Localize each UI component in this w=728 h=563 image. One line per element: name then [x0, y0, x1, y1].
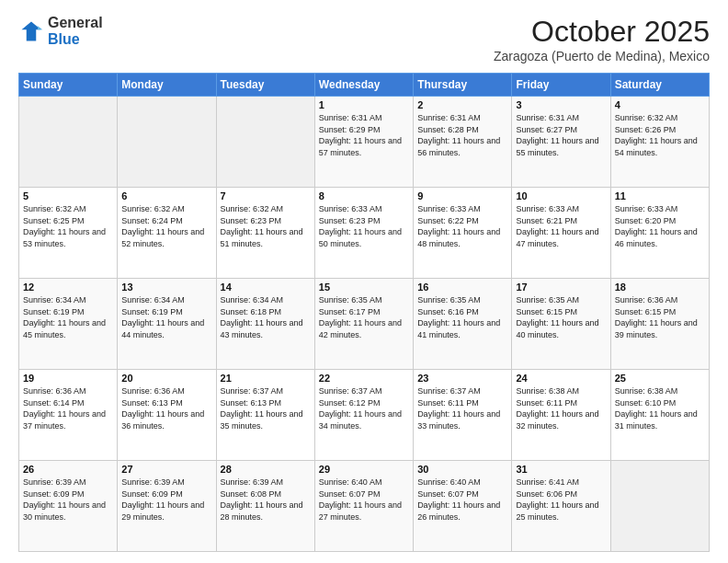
calendar-week-1: 5Sunrise: 6:32 AM Sunset: 6:25 PM Daylig…: [19, 188, 710, 279]
day-info: Sunrise: 6:36 AM Sunset: 6:14 PM Dayligh…: [23, 385, 113, 431]
calendar-cell: 13Sunrise: 6:34 AM Sunset: 6:19 PM Dayli…: [118, 279, 216, 370]
day-number: 29: [319, 464, 409, 475]
calendar-cell: 11Sunrise: 6:33 AM Sunset: 6:20 PM Dayli…: [610, 188, 709, 279]
calendar-cell: [216, 97, 314, 188]
title-area: October 2025 Zaragoza (Puerto de Medina)…: [494, 15, 710, 63]
day-number: 11: [615, 190, 705, 201]
day-number: 27: [121, 464, 211, 475]
day-number: 18: [615, 282, 705, 293]
col-tuesday: Tuesday: [216, 74, 314, 97]
col-sunday: Sunday: [19, 74, 118, 97]
day-info: Sunrise: 6:40 AM Sunset: 6:07 PM Dayligh…: [417, 477, 507, 523]
day-number: 1: [319, 99, 409, 110]
calendar-cell: 18Sunrise: 6:36 AM Sunset: 6:15 PM Dayli…: [610, 279, 709, 370]
day-info: Sunrise: 6:33 AM Sunset: 6:20 PM Dayligh…: [615, 203, 705, 249]
day-info: Sunrise: 6:40 AM Sunset: 6:07 PM Dayligh…: [319, 477, 409, 523]
day-number: 28: [221, 464, 311, 475]
month-title: October 2025: [494, 15, 710, 49]
calendar-cell: 23Sunrise: 6:37 AM Sunset: 6:11 PM Dayli…: [414, 370, 512, 461]
day-info: Sunrise: 6:32 AM Sunset: 6:25 PM Dayligh…: [23, 203, 113, 249]
day-number: 24: [516, 373, 606, 384]
header: General Blue October 2025 Zaragoza (Puer…: [18, 15, 710, 63]
calendar-cell: 5Sunrise: 6:32 AM Sunset: 6:25 PM Daylig…: [19, 188, 118, 279]
day-number: 7: [221, 190, 311, 201]
calendar-cell: 22Sunrise: 6:37 AM Sunset: 6:12 PM Dayli…: [314, 370, 413, 461]
header-row: Sunday Monday Tuesday Wednesday Thursday…: [19, 74, 710, 97]
col-saturday: Saturday: [610, 74, 709, 97]
day-info: Sunrise: 6:37 AM Sunset: 6:13 PM Dayligh…: [221, 385, 311, 431]
calendar-cell: 19Sunrise: 6:36 AM Sunset: 6:14 PM Dayli…: [19, 370, 118, 461]
col-friday: Friday: [512, 74, 610, 97]
calendar-body: 1Sunrise: 6:31 AM Sunset: 6:29 PM Daylig…: [19, 97, 710, 552]
calendar-cell: 3Sunrise: 6:31 AM Sunset: 6:27 PM Daylig…: [512, 97, 610, 188]
calendar-cell: 15Sunrise: 6:35 AM Sunset: 6:17 PM Dayli…: [314, 279, 413, 370]
day-number: 2: [417, 99, 507, 110]
day-number: 31: [516, 464, 606, 475]
logo-blue-text: Blue: [48, 31, 103, 48]
calendar-cell: 9Sunrise: 6:33 AM Sunset: 6:22 PM Daylig…: [414, 188, 512, 279]
calendar-cell: 10Sunrise: 6:33 AM Sunset: 6:21 PM Dayli…: [512, 188, 610, 279]
calendar-cell: 24Sunrise: 6:38 AM Sunset: 6:11 PM Dayli…: [512, 370, 610, 461]
calendar-cell: 16Sunrise: 6:35 AM Sunset: 6:16 PM Dayli…: [414, 279, 512, 370]
day-info: Sunrise: 6:32 AM Sunset: 6:26 PM Dayligh…: [615, 112, 705, 158]
calendar-cell: 21Sunrise: 6:37 AM Sunset: 6:13 PM Dayli…: [216, 370, 314, 461]
day-info: Sunrise: 6:36 AM Sunset: 6:13 PM Dayligh…: [121, 385, 211, 431]
day-number: 20: [121, 373, 211, 384]
calendar-cell: 31Sunrise: 6:41 AM Sunset: 6:06 PM Dayli…: [512, 461, 610, 552]
day-info: Sunrise: 6:39 AM Sunset: 6:08 PM Dayligh…: [221, 477, 311, 523]
day-info: Sunrise: 6:37 AM Sunset: 6:11 PM Dayligh…: [417, 385, 507, 431]
calendar-cell: 27Sunrise: 6:39 AM Sunset: 6:09 PM Dayli…: [118, 461, 216, 552]
calendar-cell: 4Sunrise: 6:32 AM Sunset: 6:26 PM Daylig…: [610, 97, 709, 188]
day-info: Sunrise: 6:34 AM Sunset: 6:19 PM Dayligh…: [23, 294, 113, 340]
day-number: 13: [121, 282, 211, 293]
calendar-cell: 1Sunrise: 6:31 AM Sunset: 6:29 PM Daylig…: [314, 97, 413, 188]
day-number: 26: [23, 464, 113, 475]
day-info: Sunrise: 6:31 AM Sunset: 6:29 PM Dayligh…: [319, 112, 409, 158]
calendar-cell: 30Sunrise: 6:40 AM Sunset: 6:07 PM Dayli…: [414, 461, 512, 552]
calendar-cell: 14Sunrise: 6:34 AM Sunset: 6:18 PM Dayli…: [216, 279, 314, 370]
calendar-week-0: 1Sunrise: 6:31 AM Sunset: 6:29 PM Daylig…: [19, 97, 710, 188]
day-info: Sunrise: 6:31 AM Sunset: 6:27 PM Dayligh…: [516, 112, 606, 158]
day-info: Sunrise: 6:32 AM Sunset: 6:23 PM Dayligh…: [221, 203, 311, 249]
day-info: Sunrise: 6:35 AM Sunset: 6:17 PM Dayligh…: [319, 294, 409, 340]
page: General Blue October 2025 Zaragoza (Puer…: [0, 0, 728, 563]
calendar-cell: 29Sunrise: 6:40 AM Sunset: 6:07 PM Dayli…: [314, 461, 413, 552]
day-number: 17: [516, 282, 606, 293]
day-number: 25: [615, 373, 705, 384]
day-info: Sunrise: 6:39 AM Sunset: 6:09 PM Dayligh…: [121, 477, 211, 523]
logo-general-text: General: [48, 15, 103, 31]
calendar-cell: 28Sunrise: 6:39 AM Sunset: 6:08 PM Dayli…: [216, 461, 314, 552]
calendar-cell: [19, 97, 118, 188]
day-info: Sunrise: 6:34 AM Sunset: 6:18 PM Dayligh…: [221, 294, 311, 340]
calendar-cell: 17Sunrise: 6:35 AM Sunset: 6:15 PM Dayli…: [512, 279, 610, 370]
day-number: 8: [319, 190, 409, 201]
calendar-cell: 7Sunrise: 6:32 AM Sunset: 6:23 PM Daylig…: [216, 188, 314, 279]
day-info: Sunrise: 6:32 AM Sunset: 6:24 PM Dayligh…: [121, 203, 211, 249]
day-info: Sunrise: 6:33 AM Sunset: 6:21 PM Dayligh…: [516, 203, 606, 249]
day-info: Sunrise: 6:31 AM Sunset: 6:28 PM Dayligh…: [417, 112, 507, 158]
calendar-cell: 25Sunrise: 6:38 AM Sunset: 6:10 PM Dayli…: [610, 370, 709, 461]
day-info: Sunrise: 6:38 AM Sunset: 6:10 PM Dayligh…: [615, 385, 705, 431]
calendar-cell: [610, 461, 709, 552]
calendar-cell: 20Sunrise: 6:36 AM Sunset: 6:13 PM Dayli…: [118, 370, 216, 461]
day-info: Sunrise: 6:35 AM Sunset: 6:15 PM Dayligh…: [516, 294, 606, 340]
day-number: 3: [516, 99, 606, 110]
day-number: 12: [23, 282, 113, 293]
day-number: 10: [516, 190, 606, 201]
day-info: Sunrise: 6:41 AM Sunset: 6:06 PM Dayligh…: [516, 477, 606, 523]
day-number: 19: [23, 373, 113, 384]
logo-text: General Blue: [48, 15, 103, 47]
calendar-cell: 26Sunrise: 6:39 AM Sunset: 6:09 PM Dayli…: [19, 461, 118, 552]
day-number: 15: [319, 282, 409, 293]
day-info: Sunrise: 6:33 AM Sunset: 6:22 PM Dayligh…: [417, 203, 507, 249]
calendar-week-3: 19Sunrise: 6:36 AM Sunset: 6:14 PM Dayli…: [19, 370, 710, 461]
day-info: Sunrise: 6:34 AM Sunset: 6:19 PM Dayligh…: [121, 294, 211, 340]
day-number: 4: [615, 99, 705, 110]
calendar-cell: [118, 97, 216, 188]
day-number: 16: [417, 282, 507, 293]
calendar-header: Sunday Monday Tuesday Wednesday Thursday…: [19, 74, 710, 97]
day-number: 6: [121, 190, 211, 201]
svg-marker-0: [22, 21, 41, 40]
logo: General Blue: [18, 15, 103, 47]
calendar-week-2: 12Sunrise: 6:34 AM Sunset: 6:19 PM Dayli…: [19, 279, 710, 370]
